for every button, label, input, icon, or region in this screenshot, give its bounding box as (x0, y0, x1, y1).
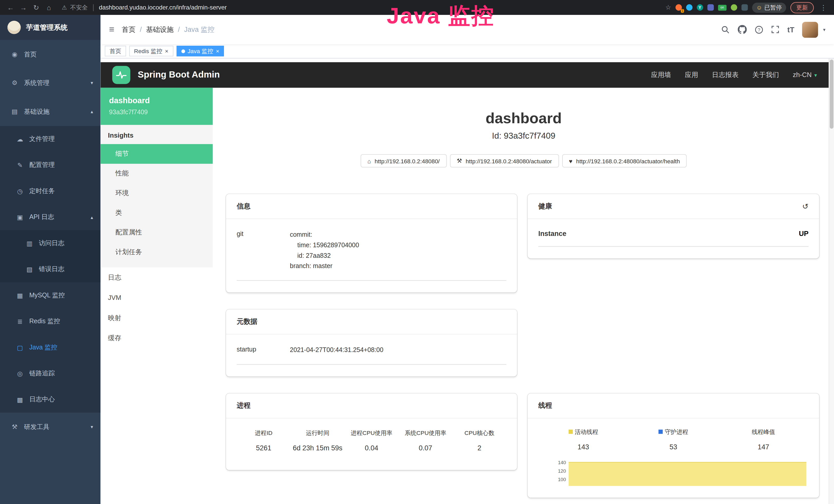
dashboard-icon: ◉ (10, 51, 19, 58)
sba-nav-applications[interactable]: 应用 (685, 70, 698, 79)
spring-boot-admin-logo[interactable] (112, 66, 130, 84)
hamburger-icon[interactable]: ≡ (109, 24, 114, 35)
sidebar-item-access-logs[interactable]: ▥ 访问日志 (0, 230, 101, 256)
address-bar[interactable]: ⚠ 不安全 dashboard.yudao.iocoder.cn/infra/a… (62, 3, 663, 11)
timer-icon: ◷ (16, 187, 24, 195)
sba-item-details[interactable]: 细节 (101, 144, 213, 164)
infrastructure-submenu: ☁ 文件管理 ✎ 配置管理 ◷ 定时任务 ▣ API 日志 ▴ (0, 126, 101, 413)
sba-nav-wallboard[interactable]: 应用墙 (651, 70, 671, 79)
instance-links: ⌂ http://192.168.0.2:48080/ ⚒ http://192… (226, 154, 821, 168)
locale-select[interactable]: zh-CN ▾ (793, 71, 817, 78)
sba-instance-header[interactable]: dashboard 93a3fc7f7409 (101, 88, 213, 125)
sidebar-item-trace[interactable]: ◎ 链路追踪 (0, 361, 101, 386)
metadata-card-title: 元数据 (226, 310, 517, 335)
extension-icon-on[interactable]: on (718, 5, 726, 10)
legend-swatch-yellow (568, 430, 573, 434)
instance-link-root[interactable]: ⌂ http://192.168.0.2:48080/ (360, 154, 446, 168)
extension-icon-leaf[interactable] (731, 4, 737, 11)
help-icon[interactable]: ? (755, 25, 763, 33)
github-icon[interactable] (738, 25, 747, 34)
history-icon[interactable]: ↺ (802, 202, 808, 210)
instance-link-health[interactable]: ♥ http://192.168.0.2:48080/actuator/heal… (562, 154, 687, 168)
bookmark-star-icon[interactable]: ☆ (665, 4, 671, 11)
error-log-icon: ▧ (25, 266, 34, 273)
sba-item-mappings[interactable]: 映射 (101, 308, 213, 328)
sidebar-item-config-management[interactable]: ✎ 配置管理 (0, 152, 101, 178)
sba-item-environment[interactable]: 环境 (101, 183, 213, 203)
refresh-icon[interactable]: ↻ (31, 3, 41, 11)
annotation-java-monitor: Java 监控 (387, 1, 495, 31)
process-card: 进程 进程ID 5261 (226, 393, 517, 470)
extension-icon-y[interactable]: Y (697, 4, 703, 11)
update-button[interactable]: 更新 (790, 2, 814, 13)
tab-java-monitor[interactable]: Java 监控 × (176, 46, 224, 56)
sidebar-item-home[interactable]: ◉ 首页 (0, 40, 101, 69)
avatar[interactable] (803, 22, 818, 38)
sidebar-item-log-center[interactable]: ▩ 日志中心 (0, 386, 101, 412)
instance-name: dashboard (109, 96, 204, 105)
page-title: dashboard (226, 110, 821, 127)
chevron-down-icon: ▾ (814, 72, 817, 78)
sba-item-performance[interactable]: 性能 (101, 164, 213, 184)
sba-brand-title[interactable]: Spring Boot Admin (138, 70, 220, 80)
extension-icon-fox[interactable]: 1 (675, 4, 682, 11)
breadcrumb-home[interactable]: 首页 (122, 25, 136, 34)
info-card: 信息 git commit: time: 1596289704000 (226, 194, 517, 293)
forward-icon[interactable]: → (18, 3, 28, 11)
paused-badge[interactable]: ☺ 已暂停 (752, 2, 786, 12)
instance-link-actuator[interactable]: ⚒ http://192.168.0.2:48080/actuator (450, 154, 559, 168)
chevron-up-icon: ▴ (91, 109, 93, 115)
chevron-down-icon: ▾ (91, 81, 93, 86)
sidebar-item-system[interactable]: ⚙ 系统管理 ▾ (0, 69, 101, 97)
font-size-icon[interactable]: tT (787, 25, 794, 33)
extension-icon-grid[interactable] (707, 4, 714, 11)
sba-nav-journal[interactable]: 日志报表 (712, 70, 739, 79)
close-icon[interactable]: × (165, 48, 168, 54)
threads-chart-y-axis: 140 120 100 (552, 459, 566, 486)
close-icon[interactable]: × (216, 48, 219, 54)
sba-item-scheduled-tasks[interactable]: 计划任务 (101, 243, 213, 262)
fullscreen-icon[interactable] (771, 25, 779, 33)
sidebar-item-mysql-monitor[interactable]: ▦ MySQL 监控 (0, 282, 101, 308)
sba-nav-links: 应用墙 应用 日志报表 关于我们 zh-CN ▾ (651, 70, 817, 79)
spring-boot-admin: Spring Boot Admin 应用墙 应用 日志报表 关于我们 zh-CN… (101, 62, 829, 504)
app-logo-row[interactable]: 芋道管理系统 (0, 15, 101, 40)
back-icon[interactable]: ← (5, 3, 16, 11)
sidebar-item-scheduled-jobs[interactable]: ◷ 定时任务 (0, 178, 101, 204)
search-icon[interactable] (722, 25, 730, 33)
sidebar-item-redis-monitor[interactable]: ≣ Redis 监控 (0, 308, 101, 334)
tab-home[interactable]: 首页 (105, 46, 126, 56)
sidebar-item-api-logs[interactable]: ▣ API 日志 ▴ (0, 204, 101, 230)
sba-item-config-props[interactable]: 配置属性 (101, 223, 213, 243)
home-icon[interactable]: ⌂ (44, 3, 54, 11)
app-frame: 芋道管理系统 ◉ 首页 ⚙ 系统管理 ▾ ▤ 基础设施 ▴ (0, 15, 834, 504)
mysql-icon: ▦ (16, 292, 24, 299)
avatar-caret-icon[interactable]: ▾ (823, 27, 825, 32)
sba-item-classes[interactable]: 类 (101, 203, 213, 223)
sba-item-logs[interactable]: 日志 (101, 268, 213, 288)
scrollbar-thumb[interactable] (830, 60, 833, 129)
legend-live-threads: 活动线程 143 (539, 428, 629, 451)
status-badge: UP (799, 230, 808, 238)
breadcrumb: 首页 / 基础设施 / Java 监控 (122, 25, 215, 34)
sba-item-caches[interactable]: 缓存 (101, 328, 213, 348)
sba-item-jvm[interactable]: JVM (101, 288, 213, 308)
tab-redis-monitor[interactable]: Redis 监控 × (129, 46, 173, 56)
extension-icon-drop[interactable] (686, 4, 693, 11)
sidebar-item-java-monitor[interactable]: ▢ Java 监控 (0, 335, 101, 361)
breadcrumb-infra[interactable]: 基础设施 (146, 25, 174, 34)
admin-sidebar: 芋道管理系统 ◉ 首页 ⚙ 系统管理 ▾ ▤ 基础设施 ▴ (0, 15, 101, 504)
sba-nav-about[interactable]: 关于我们 (752, 70, 779, 79)
vertical-scrollbar[interactable] (829, 59, 834, 504)
url-text[interactable]: dashboard.yudao.iocoder.cn/infra/admin-s… (99, 4, 227, 11)
menu-dots-icon[interactable]: ⋮ (818, 3, 829, 11)
sidebar-item-error-logs[interactable]: ▧ 错误日志 (0, 256, 101, 282)
extension-icon-puzzle[interactable] (741, 4, 748, 11)
cloud-icon: ☁ (16, 135, 24, 143)
sidebar-item-file-management[interactable]: ☁ 文件管理 (0, 126, 101, 152)
extension-badge: 1 (681, 9, 684, 13)
sidebar-item-dev-tools[interactable]: ⚒ 研发工具 ▾ (0, 413, 101, 441)
screenshot-root: ← → ↻ ⌂ ⚠ 不安全 dashboard.yudao.iocoder.cn… (0, 0, 834, 504)
sidebar-item-infrastructure[interactable]: ▤ 基础设施 ▴ (0, 97, 101, 126)
threads-chart-area (569, 462, 807, 486)
